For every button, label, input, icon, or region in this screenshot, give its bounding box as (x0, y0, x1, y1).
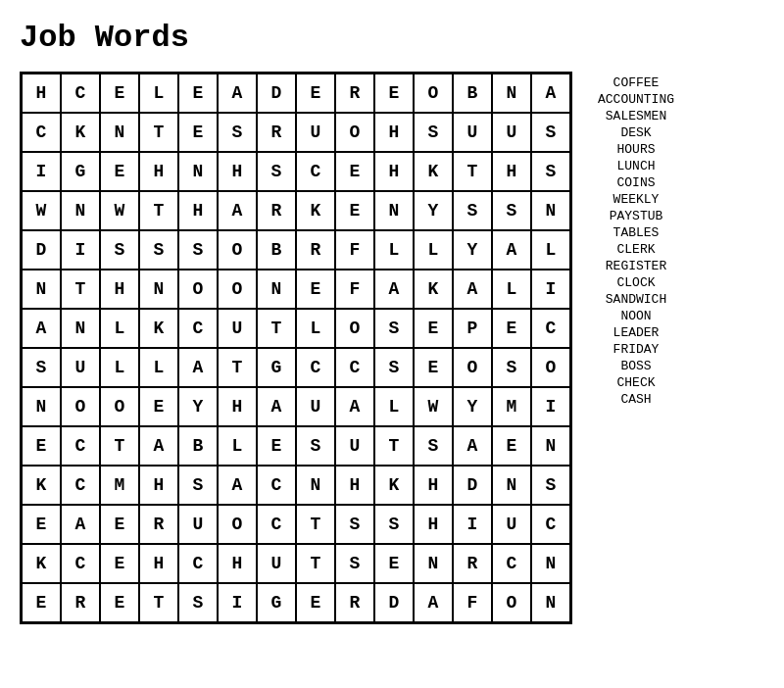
grid-cell: Y (453, 230, 492, 270)
grid-cell: L (414, 230, 453, 270)
word-item: WEEKLY (613, 192, 660, 207)
grid-cell: C (257, 505, 296, 544)
grid-cell: G (257, 583, 296, 622)
word-list: COFFEEACCOUNTINGSALESMENDESKHOURSLUNCHCO… (592, 72, 680, 407)
grid-cell: E (100, 74, 139, 113)
grid-cell: E (374, 74, 414, 113)
grid-cell: T (61, 270, 100, 309)
grid-cell: E (178, 113, 218, 152)
grid-cell: A (22, 309, 61, 348)
grid-cell: B (453, 74, 492, 113)
grid-cell: D (22, 230, 61, 270)
grid-cell: T (139, 583, 178, 622)
grid-cell: M (100, 466, 139, 505)
grid-cell: U (178, 505, 218, 544)
grid-cell: W (22, 191, 61, 230)
grid-cell: S (492, 191, 531, 230)
grid-cell: T (374, 426, 414, 466)
grid-cell: W (100, 191, 139, 230)
grid-cell: T (296, 544, 335, 583)
grid-cell: A (531, 74, 570, 113)
grid-cell: R (453, 544, 492, 583)
grid-cell: T (257, 309, 296, 348)
grid-cell: D (453, 466, 492, 505)
grid-cell: A (218, 74, 257, 113)
grid-cell: H (374, 113, 414, 152)
grid-cell: C (296, 152, 335, 191)
grid-cell: H (22, 74, 61, 113)
grid-cell: E (335, 152, 374, 191)
grid-row: WNWTHARKENYSSN (22, 191, 570, 230)
grid-cell: O (218, 230, 257, 270)
grid-row: EAERUOCTSSHIUC (22, 505, 570, 544)
grid-cell: K (374, 466, 414, 505)
grid-cell: U (61, 348, 100, 387)
grid-cell: T (100, 426, 139, 466)
grid-cell: C (61, 426, 100, 466)
grid-cell: A (414, 583, 453, 622)
grid-cell: E (492, 426, 531, 466)
grid-cell: I (61, 230, 100, 270)
word-item: LUNCH (616, 159, 655, 173)
grid-cell: T (453, 152, 492, 191)
grid-cell: K (414, 270, 453, 309)
grid-cell: H (414, 466, 453, 505)
grid-cell: L (296, 309, 335, 348)
grid-cell: B (257, 230, 296, 270)
grid-cell: C (61, 466, 100, 505)
grid-cell: S (374, 505, 414, 544)
word-item: PAYSTUB (610, 209, 663, 223)
grid-cell: E (139, 387, 178, 426)
grid-cell: S (296, 426, 335, 466)
grid-cell: E (296, 74, 335, 113)
grid-cell: S (531, 152, 570, 191)
grid-cell: Y (453, 387, 492, 426)
grid-cell: G (61, 152, 100, 191)
grid-cell: E (374, 544, 414, 583)
grid-cell: G (257, 348, 296, 387)
grid-cell: K (22, 466, 61, 505)
word-item: CLERK (616, 242, 655, 257)
grid-cell: R (335, 583, 374, 622)
grid-cell: U (296, 387, 335, 426)
grid-cell: F (335, 230, 374, 270)
grid-cell: N (414, 544, 453, 583)
word-item: CASH (620, 392, 651, 407)
grid-cell: A (218, 191, 257, 230)
grid-cell: K (61, 113, 100, 152)
grid-cell: S (374, 348, 414, 387)
word-item: COINS (616, 175, 655, 190)
grid-cell: E (178, 74, 218, 113)
grid-cell: P (453, 309, 492, 348)
grid-cell: A (453, 270, 492, 309)
grid-cell: I (531, 387, 570, 426)
grid-cell: S (218, 113, 257, 152)
grid-cell: E (100, 152, 139, 191)
grid-cell: L (139, 74, 178, 113)
word-item: CHECK (616, 375, 655, 390)
grid-cell: C (22, 113, 61, 152)
grid-cell: A (178, 348, 218, 387)
grid-cell: S (414, 113, 453, 152)
grid-cell: F (335, 270, 374, 309)
word-item: REGISTER (606, 259, 666, 273)
grid-cell: C (257, 466, 296, 505)
grid-cell: I (531, 270, 570, 309)
grid-cell: A (492, 230, 531, 270)
grid-cell: K (414, 152, 453, 191)
grid-cell: U (492, 505, 531, 544)
grid-cell: A (374, 270, 414, 309)
grid-cell: L (139, 348, 178, 387)
grid-cell: U (492, 113, 531, 152)
grid-cell: A (139, 426, 178, 466)
grid-cell: Y (178, 387, 218, 426)
grid-cell: N (492, 74, 531, 113)
grid-cell: E (22, 583, 61, 622)
grid-cell: S (374, 309, 414, 348)
grid-cell: N (374, 191, 414, 230)
main-layout: HCELEADEREOBNACKNTESRUOHSUUSIGEHNHSCEHKT… (20, 72, 764, 624)
grid-cell: R (257, 113, 296, 152)
grid-cell: L (374, 230, 414, 270)
grid-row: NTHNOONEFAKALI (22, 270, 570, 309)
grid-cell: O (335, 113, 374, 152)
